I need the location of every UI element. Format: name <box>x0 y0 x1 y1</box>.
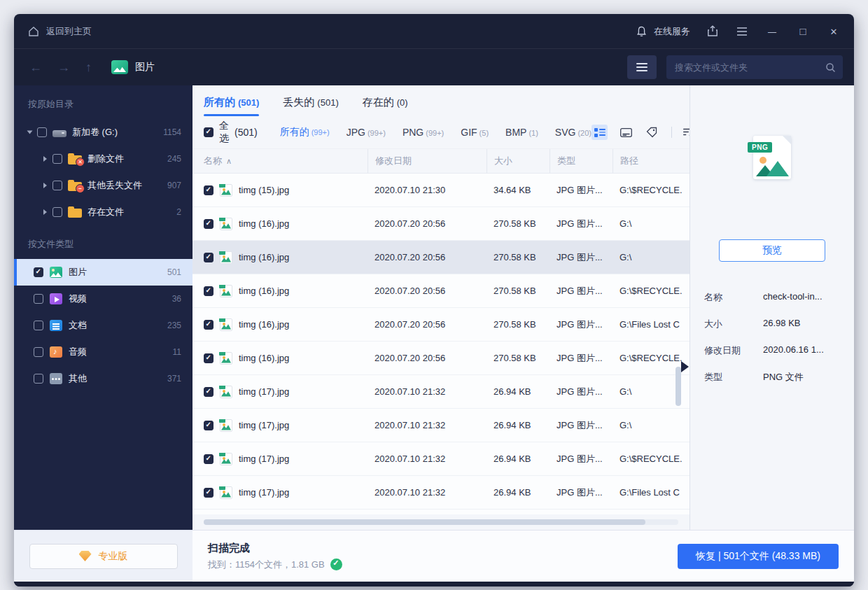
file-details: 名称 check-tool-in... 大小 26.98 KB 修改日期 202… <box>690 291 854 398</box>
table-row[interactable]: timg (17).jpg 2020.07.10 21:32 26.94 KB … <box>192 442 690 476</box>
tree-item[interactable]: 其他丢失文件 907 <box>14 172 192 199</box>
detail-row: 大小 26.98 KB <box>704 318 840 330</box>
filetype-checkbox[interactable] <box>34 347 43 357</box>
jpg-file-icon <box>220 419 232 432</box>
detail-view-button[interactable] <box>617 125 634 140</box>
nav-up-icon[interactable]: ↑ <box>85 60 92 75</box>
caret-icon[interactable] <box>43 156 47 162</box>
row-checkbox[interactable] <box>204 219 214 229</box>
vertical-scrollbar-thumb[interactable] <box>676 367 681 406</box>
file-type: JPG 图片... <box>550 285 612 297</box>
format-filter[interactable]: GIF(5) <box>461 127 489 138</box>
result-tab[interactable]: 所有的(501) <box>204 96 259 116</box>
format-filter-count: (99+) <box>426 129 444 137</box>
column-header-date[interactable]: 修改日期 <box>368 149 486 173</box>
filetype-item[interactable]: 图片 501 <box>14 259 192 286</box>
maximize-button[interactable] <box>795 25 811 37</box>
select-all-checkbox[interactable] <box>204 127 214 137</box>
filetype-checkbox[interactable] <box>34 374 43 384</box>
close-button[interactable] <box>826 26 841 37</box>
file-path: G:\$RECYCLE. <box>612 185 690 195</box>
file-name: timg (16).jpg <box>239 353 289 363</box>
format-filter[interactable]: PNG(99+) <box>402 127 444 138</box>
file-name: timg (17).jpg <box>239 386 289 397</box>
column-header-size[interactable]: 大小 <box>486 149 550 173</box>
menu-icon[interactable] <box>735 24 749 38</box>
tree-checkbox[interactable] <box>52 207 62 217</box>
file-type: JPG 图片... <box>550 486 612 499</box>
tag-view-button[interactable] <box>644 125 660 140</box>
table-row[interactable]: timg (16).jpg 2020.07.20 20:56 270.58 KB… <box>192 241 690 274</box>
pro-version-button[interactable]: 专业版 <box>29 544 178 569</box>
nav-back-icon[interactable]: ← <box>29 60 42 75</box>
format-filter[interactable]: SVG(20) <box>555 127 592 138</box>
list-menu-button[interactable] <box>627 55 657 79</box>
file-size: 270.58 KB <box>486 252 550 262</box>
tree-checkbox[interactable] <box>52 181 62 190</box>
list-view-button[interactable] <box>592 125 608 140</box>
row-checkbox[interactable] <box>204 488 214 498</box>
online-service-button[interactable]: 在线服务 <box>634 24 690 38</box>
caret-icon[interactable] <box>43 209 47 215</box>
file-size: 270.58 KB <box>486 218 550 229</box>
format-filter[interactable]: 所有的(99+) <box>280 126 330 139</box>
table-row[interactable]: timg (17).jpg 2020.07.10 21:32 26.94 KB … <box>192 409 690 442</box>
row-checkbox[interactable] <box>204 286 214 296</box>
select-all-label: 全选 <box>219 120 229 145</box>
search-box[interactable] <box>666 55 843 79</box>
table-row[interactable]: timg (17).jpg 2020.07.10 21:32 26.94 KB … <box>192 476 690 510</box>
detail-row: 类型 PNG 文件 <box>704 371 840 384</box>
table-row[interactable]: timg (16).jpg 2020.07.20 20:56 270.58 KB… <box>192 308 690 342</box>
preview-button[interactable]: 预览 <box>719 239 825 262</box>
tree-checkbox[interactable] <box>52 154 62 164</box>
select-all[interactable]: 全选 (501) <box>204 120 258 145</box>
tree-checkbox[interactable] <box>37 127 47 137</box>
sidebar: 按原始目录 新加卷 (G:) 1154 删除文件 245 <box>14 85 192 530</box>
filetype-item[interactable]: 文档 235 <box>14 312 192 339</box>
filetype-checkbox[interactable] <box>34 294 43 304</box>
column-header-path[interactable]: 路径 <box>612 149 690 173</box>
caret-icon[interactable] <box>27 131 33 134</box>
filetype-checkbox[interactable] <box>34 321 43 330</box>
table-row[interactable]: timg (16).jpg 2020.07.20 20:56 270.58 KB… <box>192 274 690 308</box>
format-filter-label: 所有的 <box>280 126 309 137</box>
format-filter[interactable]: BMP(1) <box>505 127 538 138</box>
hscroll-thumb[interactable] <box>204 519 645 525</box>
detail-label: 类型 <box>704 371 763 384</box>
row-checkbox[interactable] <box>204 353 214 363</box>
search-input[interactable] <box>675 62 825 73</box>
result-tab[interactable]: 存在的(0) <box>363 96 408 116</box>
horizontal-scrollbar[interactable] <box>192 514 690 530</box>
file-path: G:\Files Lost C <box>612 487 690 498</box>
column-header-type[interactable]: 类型 <box>550 149 612 173</box>
row-checkbox[interactable] <box>204 421 214 430</box>
caret-icon[interactable] <box>43 183 47 188</box>
nav-forward-icon[interactable]: → <box>57 60 70 75</box>
filetype-checkbox[interactable] <box>34 267 43 277</box>
tree-item[interactable]: 新加卷 (G:) 1154 <box>14 119 192 146</box>
filetype-item[interactable]: 音频 11 <box>14 339 192 365</box>
result-tab[interactable]: 丢失的(501) <box>283 96 338 116</box>
table-row[interactable]: timg (16).jpg 2020.07.20 20:56 270.58 KB… <box>192 207 690 241</box>
panel-collapse-arrow-icon[interactable] <box>681 361 689 372</box>
row-checkbox[interactable] <box>204 454 214 464</box>
share-icon[interactable] <box>706 24 720 38</box>
filetype-item[interactable]: 其他 371 <box>14 365 192 392</box>
row-checkbox[interactable] <box>204 185 214 195</box>
table-row[interactable]: timg (15).jpg 2020.07.10 21:30 34.64 KB … <box>192 174 690 207</box>
recover-button[interactable]: 恢复 | 501个文件 (48.33 MB) <box>678 544 839 569</box>
row-checkbox[interactable] <box>204 253 214 262</box>
tree-item-icon <box>68 182 82 191</box>
table-row[interactable]: timg (16).jpg 2020.07.20 20:56 270.58 KB… <box>192 342 690 375</box>
jpg-file-icon <box>220 285 232 297</box>
row-checkbox[interactable] <box>204 387 214 397</box>
tree-item[interactable]: 存在文件 2 <box>14 199 192 225</box>
column-header-name[interactable]: 名称 <box>192 149 368 173</box>
row-checkbox[interactable] <box>204 320 214 330</box>
minimize-button[interactable] <box>764 26 780 37</box>
filetype-item[interactable]: 视频 36 <box>14 286 192 312</box>
tree-item[interactable]: 删除文件 245 <box>14 146 192 172</box>
back-to-home-button[interactable]: 返回到主页 <box>27 24 92 38</box>
table-row[interactable]: timg (17).jpg 2020.07.10 21:32 26.94 KB … <box>192 375 690 409</box>
format-filter[interactable]: JPG(99+) <box>346 127 386 138</box>
